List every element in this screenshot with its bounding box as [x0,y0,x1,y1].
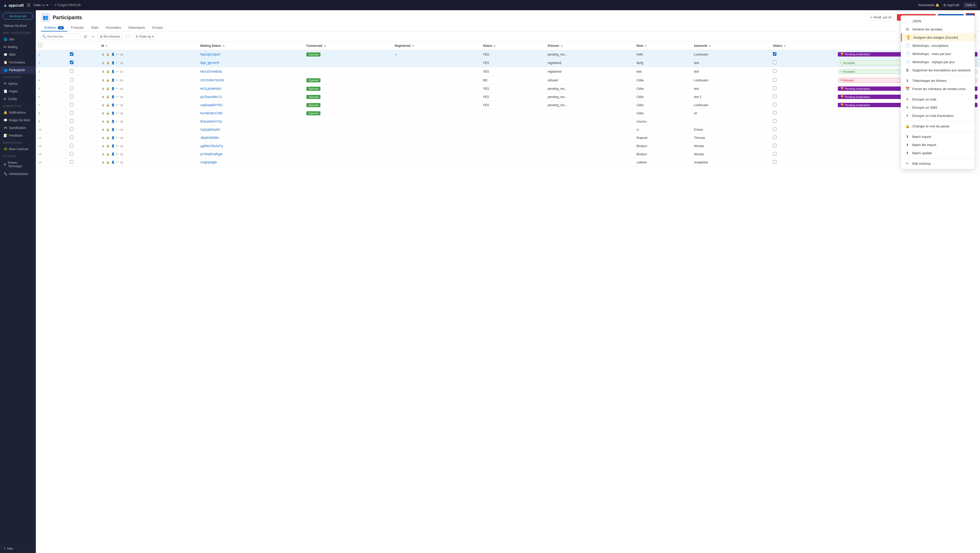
mail-row-button[interactable]: 🖂 [120,70,124,74]
row-checkbox[interactable] [70,160,73,164]
delete-row-button[interactable]: 🗑 [101,95,105,99]
lock-row-button[interactable]: 🔒 [106,95,110,99]
delete-row-button[interactable]: 🗑 [101,120,105,124]
topbar-celia-right[interactable]: Célia ▾ [963,2,977,8]
delete-row-button[interactable]: 🗑 [101,111,105,115]
delete-row-button[interactable]: 🗑 [101,160,105,164]
benevole-checkbox[interactable] [773,103,776,107]
dropdown-item-envoyer-mail[interactable]: ✈Envoyer un mail [901,95,975,104]
th-id[interactable]: Id ⇅ [99,41,198,50]
fullscreen-button[interactable]: ⛶ [124,33,131,40]
dropdown-item-telecharger-fichiers[interactable]: ⬇Télécharger les fichiers [901,76,975,84]
user-row-button[interactable]: 👤 [111,86,115,91]
dropdown-item-forcer-creneaux[interactable]: 📅Forcer les créneaux de rendez-vous [901,84,975,93]
lock-row-button[interactable]: 🔒 [106,119,110,124]
history-row-button[interactable]: ↩ [116,95,119,99]
sidebar-item-mailing[interactable]: ✉Mailing [0,43,36,51]
lock-row-button[interactable]: 🔒 [106,86,110,91]
mail-row-button[interactable]: 🖂 [120,95,124,99]
modif-par-lot-button[interactable]: ✏ Modif. par lot [867,14,895,21]
benevole-checkbox[interactable] [773,119,776,123]
filter-button[interactable]: ⊟ [82,33,89,40]
delete-row-button[interactable]: 🗑 [101,61,105,65]
benevole-checkbox[interactable] [773,127,776,131]
dropdown-item-changer-mdp[interactable]: 🔒Changer le mot de passe [901,122,975,130]
history-row-button[interactable]: ↩ [116,86,119,91]
row-checkbox[interactable] [70,127,73,131]
history-row-button[interactable]: ↩ [116,103,119,107]
benevole-checkbox[interactable] [773,69,776,73]
mail-row-button[interactable]: 🖂 [120,144,124,148]
lock-row-button[interactable]: 🔒 [106,144,110,148]
select-all-checkbox[interactable] [38,43,42,47]
mail-row-button[interactable]: 🖂 [120,152,124,156]
benevole-checkbox[interactable] [773,160,776,164]
row-checkbox[interactable] [70,52,73,56]
th-nom[interactable]: Nom ⇅ [634,41,692,50]
tab-entrees[interactable]: Entrées 14 [41,24,67,32]
history-row-button[interactable]: ↩ [116,152,119,156]
search-box[interactable]: 🔍 [40,33,80,40]
mail-row-button[interactable]: 🖂 [120,127,124,132]
sidebar-item-param-technique[interactable]: ⚙Param. Technique [0,159,36,170]
lock-row-button[interactable]: 🔒 [106,52,110,57]
lock-row-button[interactable]: 🔒 [106,135,110,140]
benevole-checkbox[interactable] [773,144,776,147]
sidebar-item-participants[interactable]: 👥Participants [0,66,36,74]
dropdown-item-batch-update[interactable]: ⬆Batch update [901,149,975,157]
user-row-button[interactable]: 👤 [111,69,115,74]
history-row-button[interactable]: ↩ [116,160,119,164]
user-row-button[interactable]: 👤 [111,78,115,82]
delete-row-button[interactable]: 🗑 [101,127,105,132]
history-row-button[interactable]: ↩ [116,127,119,132]
dropdown-item-batch-file-import[interactable]: ⬆Batch file import [901,141,975,149]
dropdown-item-workshops-inscriptions[interactable]: 📄Workshops - inscriptions [901,41,975,49]
mail-row-button[interactable]: 🖂 [120,53,124,57]
dropdown-item-edit-schema[interactable]: ✏Edit schema [901,159,975,167]
topbar-user-chevron[interactable]: ▾ [47,3,48,7]
sidebar-item-bilan-carbone[interactable]: 🌿Bilan Carbone [0,145,36,153]
delete-row-button[interactable]: 🗑 [101,87,105,91]
benevole-checkbox[interactable] [773,61,776,64]
lock-row-button[interactable]: 🔒 [106,78,110,82]
user-row-button[interactable]: 👤 [111,95,115,99]
user-row-button[interactable]: 👤 [111,127,115,132]
sidebar-item-administration[interactable]: 🔧Administration [0,170,36,178]
benevole-checkbox[interactable] [773,95,776,98]
sidebar-item-site[interactable]: 🌐Site [0,35,36,43]
history-row-button[interactable]: ↩ [116,144,119,148]
th-prenom[interactable]: Prénom ⇅ [545,41,634,50]
row-checkbox[interactable] [70,61,73,64]
user-row-button[interactable]: 👤 [111,144,115,148]
dropdown-item-envoyer-sms[interactable]: ✈Envoyer un SMS [901,104,975,112]
th-badge-status[interactable]: Status ⇅ [770,41,835,50]
th-benevole[interactable]: benevole ⇅ [692,41,770,50]
sidebar-item-apercu[interactable]: 👁Aperçu [0,80,36,88]
delete-row-button[interactable]: 🗑 [101,103,105,107]
columns-button[interactable]: ⊞ 69 colonnes [98,33,123,40]
row-checkbox[interactable] [70,144,73,147]
user-row-button[interactable]: 👤 [111,135,115,140]
row-checkbox[interactable] [70,152,73,156]
mail-row-button[interactable]: 🖂 [120,103,124,107]
th-registered[interactable]: Registered ⇅ [392,41,480,50]
delete-row-button[interactable]: 🗑 [101,70,105,74]
dropdown-item-qrcodes[interactable]: ⊞Générer les qrcodes [901,25,975,33]
tab-francais[interactable]: Français [67,24,88,32]
benevole-checkbox[interactable] [773,78,776,81]
user-row-button[interactable]: 👤 [111,119,115,124]
user-row-button[interactable]: 👤 [111,152,115,156]
sidebar-aide[interactable]: ?Aide [0,544,36,553]
mail-row-button[interactable]: 🖂 [120,160,124,164]
dropdown-item-envoyer-mail-activation[interactable]: ✈Envoyer un mail d'activation [901,112,975,120]
mail-row-button[interactable]: 🖂 [120,61,124,65]
mail-row-button[interactable]: 🖂 [120,111,124,115]
history-row-button[interactable]: ↩ [116,135,119,140]
lock-row-button[interactable]: 🔒 [106,160,110,164]
lock-row-button[interactable]: 🔒 [106,127,110,132]
sidebar-item-tableau-de-bord[interactable]: Tableau De Bord [0,22,36,30]
delete-row-button[interactable]: 🗑 [101,78,105,82]
sidebar-item-gamification[interactable]: 🎮Gamification [0,124,36,132]
lock-row-button[interactable]: 🔒 [106,61,110,65]
dropdown-item-badges[interactable]: 🏆Assigner des badges (Succès) [901,33,975,41]
